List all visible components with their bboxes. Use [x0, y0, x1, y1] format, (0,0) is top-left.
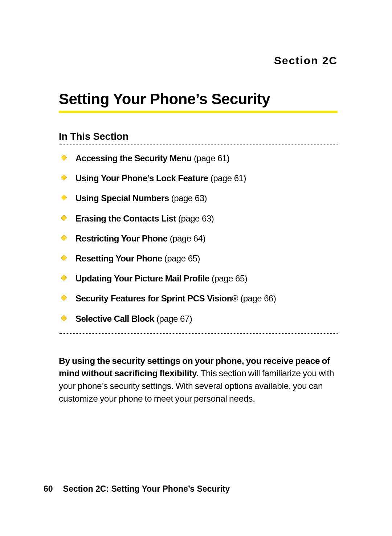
- toc-text: Restricting Your Phone (page 64): [75, 233, 205, 244]
- toc-title: Restricting Your Phone: [75, 234, 167, 243]
- dotted-rule-bottom: [59, 333, 338, 334]
- toc-item: Updating Your Picture Mail Profile (page…: [59, 273, 338, 284]
- svg-marker-5: [61, 255, 67, 261]
- diamond-bullet-icon: [61, 155, 67, 161]
- toc-item: Using Special Numbers (page 63): [59, 192, 338, 204]
- svg-marker-1: [61, 175, 67, 180]
- toc-text: Using Special Numbers (page 63): [75, 192, 207, 204]
- toc-title: Using Your Phone’s Lock Feature: [75, 173, 208, 183]
- diamond-bullet-icon: [61, 315, 67, 321]
- diamond-bullet-icon: [61, 275, 67, 281]
- toc-page-ref: (page 63): [178, 214, 214, 223]
- toc-title: Accessing the Security Menu: [75, 153, 192, 163]
- toc-page-ref: (page 64): [170, 234, 205, 243]
- manual-page: Section 2C Setting Your Phone’s Security…: [0, 0, 392, 536]
- svg-marker-4: [61, 235, 67, 241]
- in-this-section-heading: In This Section: [59, 131, 338, 142]
- toc-page-ref: (page 63): [171, 193, 207, 203]
- toc-text: Resetting Your Phone (page 65): [75, 253, 200, 264]
- toc-page-ref: (page 66): [240, 293, 276, 303]
- footer-text: Section 2C: Setting Your Phone’s Securit…: [63, 484, 230, 494]
- toc-title: Security Features for Sprint PCS Vision®: [75, 293, 238, 303]
- toc-page-ref: (page 65): [212, 273, 247, 283]
- toc-text: Using Your Phone’s Lock Feature (page 61…: [75, 172, 246, 184]
- svg-marker-0: [61, 155, 67, 161]
- diamond-bullet-icon: [61, 235, 67, 241]
- svg-marker-6: [61, 275, 67, 281]
- footer-page-number: 60: [44, 484, 53, 494]
- toc-title: Erasing the Contacts List: [75, 214, 176, 223]
- toc-title: Updating Your Picture Mail Profile: [75, 273, 209, 283]
- toc-page-ref: (page 67): [156, 314, 192, 324]
- dotted-rule-top: [59, 145, 338, 145]
- toc-page-ref: (page 61): [211, 173, 246, 183]
- diamond-bullet-icon: [61, 255, 67, 261]
- section-label: Section 2C: [59, 54, 338, 67]
- diamond-bullet-icon: [61, 175, 67, 180]
- toc-text: Selective Call Block (page 67): [75, 313, 192, 324]
- toc-text: Accessing the Security Menu (page 61): [75, 153, 229, 164]
- svg-marker-3: [61, 215, 67, 221]
- svg-marker-2: [61, 195, 67, 200]
- toc-list: Accessing the Security Menu (page 61) Us…: [59, 153, 338, 324]
- toc-text: Updating Your Picture Mail Profile (page…: [75, 273, 247, 284]
- toc-text: Security Features for Sprint PCS Vision®…: [75, 293, 276, 304]
- diamond-bullet-icon: [61, 195, 67, 200]
- toc-title: Using Special Numbers: [75, 193, 169, 203]
- page-title: Setting Your Phone’s Security: [59, 90, 338, 108]
- intro-paragraph: By using the security settings on your p…: [59, 355, 338, 405]
- toc-text: Erasing the Contacts List (page 63): [75, 213, 214, 224]
- diamond-bullet-icon: [61, 215, 67, 221]
- toc-item: Security Features for Sprint PCS Vision®…: [59, 293, 338, 304]
- toc-item: Selective Call Block (page 67): [59, 313, 338, 324]
- svg-marker-7: [61, 295, 67, 301]
- toc-item: Resetting Your Phone (page 65): [59, 253, 338, 264]
- toc-item: Erasing the Contacts List (page 63): [59, 213, 338, 224]
- svg-marker-8: [61, 315, 67, 321]
- toc-title: Resetting Your Phone: [75, 253, 162, 263]
- toc-item: Accessing the Security Menu (page 61): [59, 153, 338, 164]
- page-footer: 60Section 2C: Setting Your Phone’s Secur…: [44, 484, 230, 494]
- toc-item: Restricting Your Phone (page 64): [59, 233, 338, 244]
- toc-page-ref: (page 65): [164, 253, 200, 263]
- title-underline: [59, 111, 338, 113]
- toc-page-ref: (page 61): [194, 153, 229, 163]
- toc-title: Selective Call Block: [75, 314, 154, 324]
- toc-item: Using Your Phone’s Lock Feature (page 61…: [59, 172, 338, 184]
- diamond-bullet-icon: [61, 295, 67, 301]
